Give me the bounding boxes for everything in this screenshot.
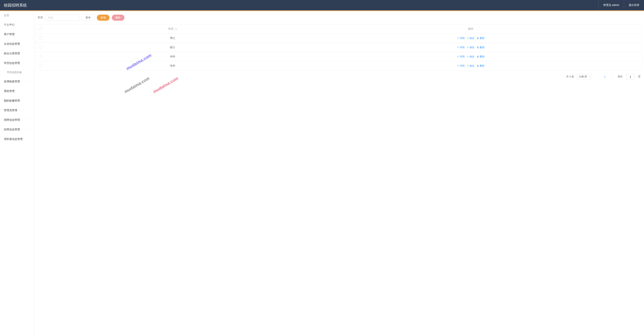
goto-suffix: 页 [638, 75, 640, 78]
row-delete-button[interactable]: 🗑删除 [477, 46, 485, 49]
logout-link[interactable]: 退出登录 [624, 0, 644, 10]
chevron-down-icon: ˅ [29, 90, 30, 93]
sidebar-item[interactable]: 企业信息管理˅ [0, 39, 34, 49]
cell-xueli: 硕士 [46, 43, 300, 52]
pagination-total: 共 4 条 [566, 75, 574, 78]
sidebar: 首页 个人中心˅用户管理˅企业信息管理˅岗位分类管理˅学历信息管理˄学历信息列表… [0, 11, 34, 336]
pagination: 共 4 条 10条/页 ▾ ‹ 1 › 前往 页 [36, 70, 642, 79]
add-button[interactable]: 新增 [97, 15, 110, 21]
row-detail-button[interactable]: ✎详情 [457, 37, 465, 40]
delete-icon: 🗑 [477, 55, 479, 58]
delete-icon: 🗑 [477, 46, 479, 49]
row-edit-button[interactable]: ✎修改 [467, 46, 474, 49]
sidebar-item-label: 应聘信息管理 [4, 128, 20, 131]
sidebar-item-label: 友情链接管理 [4, 80, 20, 83]
sidebar-item-label: 我的收藏管理 [4, 99, 20, 103]
detail-icon: ✎ [457, 46, 459, 49]
sidebar-item[interactable]: 岗位分类管理˅ [0, 49, 34, 58]
data-table: 学历 ▲▼ 操作 博士✎详情✎修改🗑删除硕士✎详情✎修改🗑删除本科✎详情✎修改🗑… [36, 24, 642, 70]
cell-xueli: 博士 [46, 34, 300, 43]
sidebar-item-label: 学历信息管理 [4, 61, 20, 65]
sidebar-item-label: 岗位分类管理 [4, 52, 20, 55]
chevron-down-icon: ˅ [29, 43, 30, 45]
main-content: 学历 查询 新增 删除 学历 ▲▼ 操作 博士✎详情✎修改🗑删除硕士 [34, 11, 644, 336]
edit-icon: ✎ [467, 46, 469, 49]
delete-button[interactable]: 删除 [112, 15, 124, 21]
next-page-button[interactable]: › [610, 74, 615, 79]
goto-page-input[interactable] [626, 74, 634, 79]
chevron-down-icon: ˅ [29, 119, 30, 121]
row-delete-button[interactable]: 🗑删除 [477, 64, 485, 68]
select-all-checkbox[interactable] [40, 27, 42, 30]
cell-ops: ✎详情✎修改🗑删除 [300, 34, 642, 43]
sidebar-item-label: 管理员管理 [4, 109, 17, 112]
sidebar-item[interactable]: 我的收藏管理˅ [0, 96, 34, 106]
query-button[interactable]: 查询 [82, 15, 94, 21]
chevron-down-icon: ˅ [29, 52, 30, 55]
cell-xueli: 本科 [46, 52, 300, 61]
row-delete-button[interactable]: 🗑删除 [477, 37, 485, 40]
app-title: 校园招聘系统 [0, 3, 27, 8]
detail-icon: ✎ [457, 37, 459, 40]
row-checkbox[interactable] [40, 55, 42, 58]
chevron-down-icon: ˅ [29, 138, 30, 140]
col-header-check [36, 24, 46, 34]
chevron-down-icon: ˅ [29, 24, 30, 26]
sidebar-item[interactable]: 个人中心˅ [0, 20, 34, 30]
cell-ops: ✎详情✎修改🗑删除 [300, 61, 642, 70]
prev-page-button[interactable]: ‹ [594, 74, 600, 79]
edit-icon: ✎ [467, 65, 469, 67]
sidebar-item[interactable]: 友情链接管理˅ [0, 77, 34, 86]
row-detail-button[interactable]: ✎详情 [457, 64, 465, 68]
sidebar-item[interactable]: 系统管理˅ [0, 86, 34, 96]
nav-home[interactable]: 首页 [0, 11, 34, 20]
table-row: 本科✎详情✎修改🗑删除 [36, 52, 642, 61]
sidebar-item-label: 求职者信息管理 [4, 137, 23, 141]
detail-icon: ✎ [457, 65, 459, 67]
chevron-up-icon: ˄ [29, 62, 30, 65]
cell-ops: ✎详情✎修改🗑删除 [300, 52, 642, 61]
cell-ops: ✎详情✎修改🗑删除 [300, 43, 642, 52]
page-number-current[interactable]: 1 [602, 75, 607, 78]
row-edit-button[interactable]: ✎修改 [467, 64, 474, 68]
sidebar-item[interactable]: 学历信息管理˄ [0, 58, 34, 68]
sidebar-subitem[interactable]: 学历信息列表 [0, 68, 34, 77]
sidebar-item[interactable]: 求职者信息管理˅ [0, 134, 34, 144]
col-header-ops: 操作 [300, 24, 642, 34]
table-row: 博士✎详情✎修改🗑删除 [36, 34, 642, 43]
edit-icon: ✎ [467, 37, 469, 40]
sidebar-item-label: 招聘信息管理 [4, 118, 20, 122]
filter-label: 学历 [38, 16, 43, 19]
row-detail-button[interactable]: ✎详情 [457, 55, 465, 58]
sidebar-item[interactable]: 管理员管理˅ [0, 106, 34, 115]
header-right: 管理员 admin 退出登录 [598, 0, 644, 10]
delete-icon: 🗑 [477, 37, 479, 40]
sidebar-item[interactable]: 招聘信息管理˅ [0, 115, 34, 125]
admin-user-link[interactable]: 管理员 admin [598, 0, 624, 10]
sidebar-item-label: 个人中心 [4, 23, 14, 27]
goto-prefix: 前往 [618, 75, 623, 78]
table-row: 专科✎详情✎修改🗑删除 [36, 61, 642, 70]
row-checkbox[interactable] [40, 37, 42, 39]
row-detail-button[interactable]: ✎详情 [457, 46, 465, 49]
edit-icon: ✎ [467, 55, 469, 58]
cell-xueli: 专科 [46, 61, 300, 70]
page-size-select[interactable]: 10条/页 ▾ [577, 74, 592, 79]
row-edit-button[interactable]: ✎修改 [467, 55, 474, 58]
row-checkbox[interactable] [40, 46, 42, 48]
row-edit-button[interactable]: ✎修改 [467, 37, 474, 40]
chevron-down-icon: ˅ [29, 99, 30, 102]
row-checkbox[interactable] [40, 64, 42, 67]
table-row: 硕士✎详情✎修改🗑删除 [36, 43, 642, 52]
sidebar-item[interactable]: 应聘信息管理˅ [0, 125, 34, 134]
filter-input-xueli[interactable] [46, 15, 79, 21]
chevron-down-icon: ˅ [29, 33, 30, 36]
sort-icon[interactable]: ▲▼ [175, 28, 177, 30]
delete-icon: 🗑 [477, 65, 479, 67]
row-delete-button[interactable]: 🗑删除 [477, 55, 485, 58]
header: 校园招聘系统 管理员 admin 退出登录 [0, 0, 644, 10]
sidebar-item[interactable]: 用户管理˅ [0, 30, 34, 39]
chevron-down-icon: ˅ [29, 109, 30, 112]
col-header-xueli[interactable]: 学历 ▲▼ [46, 24, 300, 34]
filter-bar: 学历 查询 新增 删除 [36, 15, 642, 24]
